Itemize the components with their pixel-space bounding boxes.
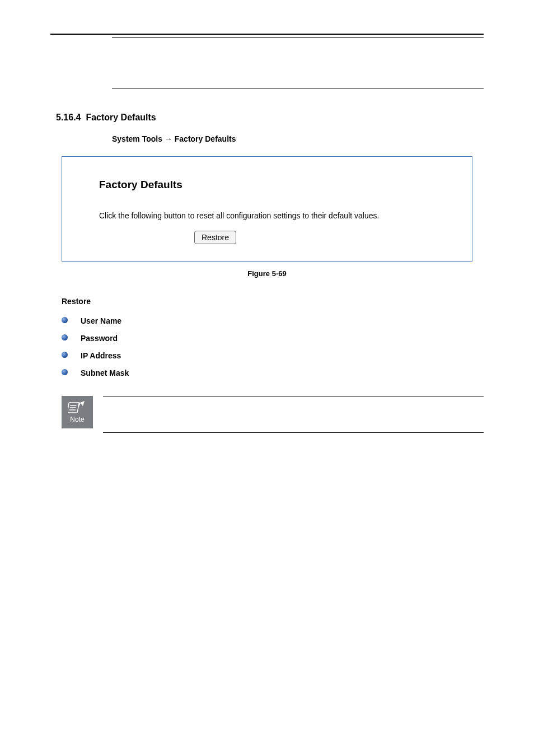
restore-word: Restore [62, 297, 91, 306]
section-title: Factory Defaults [86, 113, 156, 122]
arrow-icon: → [165, 134, 172, 143]
default-password: Password [81, 334, 118, 343]
page-rule-top [50, 34, 484, 35]
defaults-list: User Name Password IP Address Subnet Mas… [62, 315, 484, 379]
note-icon: Note [62, 396, 93, 428]
list-item: IP Address [62, 350, 484, 362]
restore-button[interactable]: Restore [194, 231, 236, 244]
default-subnet: Subnet Mask [81, 368, 129, 377]
default-username: User Name [81, 316, 121, 325]
restore-label-line: Restore [62, 296, 484, 307]
figure-factory-defaults: Factory Defaults Click the following but… [62, 156, 472, 262]
note-label: Note [70, 414, 84, 424]
note-rule-top [103, 396, 484, 396]
nav-path: System Tools → Factory Defaults [112, 133, 484, 145]
inner-rule-top [112, 37, 484, 38]
figure-title: Factory Defaults [99, 177, 452, 193]
default-ip: IP Address [81, 351, 121, 360]
note-rule-bottom [103, 432, 484, 433]
note-content [103, 396, 484, 433]
list-item: Password [62, 333, 484, 344]
nav-prefix: System Tools [112, 134, 162, 143]
nav-suffix: Factory Defaults [175, 134, 236, 143]
inner-rule-bottom [112, 88, 484, 88]
note-block: Note [62, 396, 484, 433]
section-number: 5.16.4 [56, 113, 81, 122]
figure-caption: Figure 5-69 [50, 268, 484, 279]
section-heading: 5.16.4 Factory Defaults [56, 111, 484, 124]
list-item: User Name [62, 315, 484, 327]
list-item: Subnet Mask [62, 367, 484, 379]
figure-instruction: Click the following button to reset all … [99, 210, 452, 222]
